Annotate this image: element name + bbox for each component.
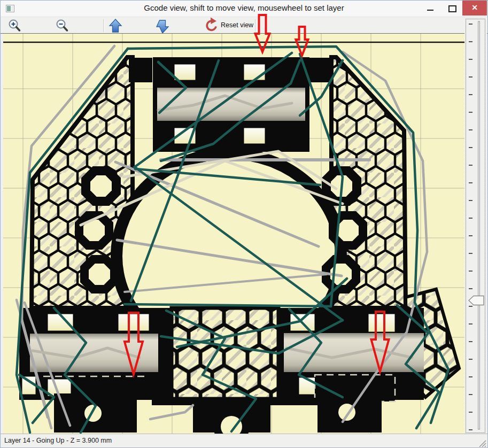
maximize-button[interactable] (441, 1, 462, 16)
zoom-in-button[interactable] (10, 20, 20, 31)
up-arrow-icon (110, 19, 121, 32)
reset-view-button[interactable]: Reset view (207, 18, 254, 30)
resize-grip[interactable] (478, 439, 486, 447)
reset-view-label: Reset view (221, 21, 254, 29)
layer-trackbar[interactable] (464, 18, 487, 434)
title-bar[interactable]: Gcode view, shift to move view, mousewhe… (1, 1, 487, 17)
window-controls: ✕ (420, 1, 487, 16)
close-button[interactable]: ✕ (462, 1, 487, 16)
zoom-out-button[interactable] (57, 20, 67, 31)
magnifier-handle (64, 27, 67, 31)
layer-up-button[interactable] (110, 19, 121, 32)
magnifier-handle (17, 27, 20, 31)
minimize-button[interactable] (420, 1, 441, 16)
gcode-viewer-window: Gcode view, shift to move view, mousewhe… (0, 0, 488, 448)
layer-status-text: Layer 14 - Going Up - Z = 3.900 mm (4, 437, 112, 444)
toolbar-separator (104, 19, 104, 32)
toolbar: Reset view (1, 17, 487, 34)
trackbar-groove (478, 21, 480, 429)
toolbar-separator (255, 19, 256, 32)
gcode-scene (3, 34, 464, 434)
status-bar: Layer 14 - Going Up - Z = 3.900 mm (1, 434, 487, 448)
trackbar-ticks (469, 24, 472, 430)
down-arrow-icon (157, 20, 168, 33)
bottom-left-block (19, 308, 172, 400)
trackbar-thumb[interactable] (469, 296, 484, 305)
window-title: Gcode view, shift to move view, mousewhe… (1, 3, 487, 12)
gcode-canvas[interactable] (3, 34, 464, 434)
layer-down-button[interactable] (157, 20, 168, 33)
reset-icon-head (211, 18, 216, 25)
